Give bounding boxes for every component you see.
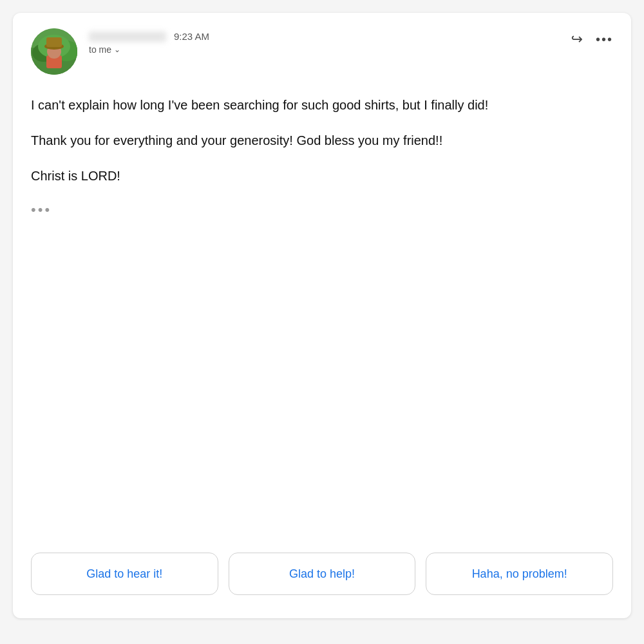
sender-info: 9:23 AM to me ⌄ (89, 28, 209, 55)
svg-rect-8 (46, 37, 62, 47)
quick-reply-button-3[interactable]: Haha, no problem! (426, 553, 613, 595)
sender-name-row: 9:23 AM (89, 31, 209, 42)
chevron-down-icon[interactable]: ⌄ (114, 45, 120, 54)
quick-reply-button-2[interactable]: Glad to help! (229, 553, 416, 595)
email-body: I can't explain how long I've been searc… (13, 85, 631, 239)
header-actions: ↩ ••• (571, 31, 613, 48)
more-options-icon[interactable]: ••• (596, 32, 613, 47)
email-card: 9:23 AM to me ⌄ ↩ ••• I can't explain ho… (13, 13, 631, 618)
email-paragraph-3: Christ is LORD! (31, 166, 613, 186)
sender-name-blur (89, 32, 166, 42)
avatar (31, 28, 77, 75)
email-time: 9:23 AM (174, 31, 209, 42)
email-header: 9:23 AM to me ⌄ ↩ ••• (13, 13, 631, 85)
email-paragraph-1: I can't explain how long I've been searc… (31, 95, 613, 115)
quick-replies-container: Glad to hear it! Glad to help! Haha, no … (31, 553, 613, 595)
email-paragraph-2: Thank you for everything and your genero… (31, 131, 613, 151)
to-me-label: to me (89, 44, 111, 55)
email-ellipsis: ••• (31, 202, 613, 218)
to-me-row[interactable]: to me ⌄ (89, 44, 209, 55)
reply-icon[interactable]: ↩ (571, 31, 583, 48)
quick-reply-button-1[interactable]: Glad to hear it! (31, 553, 218, 595)
